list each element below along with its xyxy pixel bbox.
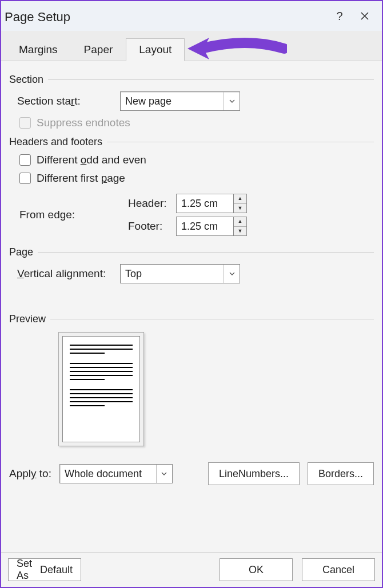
footer-spin-label: Footer: <box>128 220 176 233</box>
row-odd-even: Different odd and even <box>9 154 374 166</box>
row-suppress-endnotes: Suppress endnotes <box>9 117 374 129</box>
valign-dropdown-button[interactable] <box>224 265 240 283</box>
group-preview-label: Preview <box>9 313 46 325</box>
apply-value: Whole document <box>60 468 156 480</box>
first-page-checkbox[interactable] <box>19 173 31 184</box>
suppress-endnotes-label: Suppress endnotes <box>37 117 130 129</box>
chevron-down-icon <box>229 98 235 104</box>
valign-value: Top <box>121 268 224 280</box>
group-preview: Preview <box>9 313 374 325</box>
odd-even-label: Different odd and even <box>37 154 146 166</box>
dialog-footer: Set As Default OK Cancel <box>1 552 382 587</box>
header-spin-down[interactable]: ▼ <box>234 204 246 213</box>
footer-spin-down[interactable]: ▼ <box>234 227 246 236</box>
valign-combo[interactable]: Top <box>120 264 240 283</box>
line-numbers-button[interactable]: Line Numbers... <box>208 462 300 485</box>
row-from-edge: From edge: Header: 1.25 cm ▲ ▼ Footer: 1… <box>9 190 374 239</box>
section-start-dropdown-button[interactable] <box>224 92 240 110</box>
group-page: Page <box>9 246 374 258</box>
close-icon <box>360 11 369 21</box>
row-header-spin: Header: 1.25 cm ▲ ▼ <box>128 194 247 213</box>
row-valign: Vertical alignment: Top <box>9 264 374 283</box>
apply-combo[interactable]: Whole document <box>59 464 173 483</box>
chevron-down-icon <box>161 471 167 477</box>
group-section: Section <box>9 74 374 86</box>
first-page-label: Different first page <box>37 172 125 185</box>
group-headers-label: Headers and footers <box>9 136 102 148</box>
triangle-up-icon: ▲ <box>238 196 243 201</box>
triangle-up-icon: ▲ <box>238 219 243 224</box>
title-bar: Page Setup ? <box>1 1 382 31</box>
section-start-combo[interactable]: New page <box>120 91 240 111</box>
triangle-down-icon: ▼ <box>238 229 243 234</box>
tab-strip: Margins Paper Layout <box>1 31 382 61</box>
odd-even-checkbox[interactable] <box>19 154 31 166</box>
suppress-endnotes-checkbox <box>19 117 31 129</box>
valign-label: Vertical alignment: <box>17 267 120 280</box>
apply-label: Apply to: <box>9 467 51 480</box>
tab-layout[interactable]: Layout <box>126 38 185 61</box>
dialog-title: Page Setup <box>5 7 327 25</box>
group-page-label: Page <box>9 246 33 258</box>
header-spin-up[interactable]: ▲ <box>234 194 246 204</box>
preview-area <box>58 332 144 446</box>
row-section-start: Section start: New page <box>9 91 374 111</box>
header-spinner[interactable]: 1.25 cm ▲ ▼ <box>176 194 247 213</box>
header-value: 1.25 cm <box>177 198 222 210</box>
footer-value: 1.25 cm <box>177 221 222 233</box>
footer-spinner[interactable]: 1.25 cm ▲ ▼ <box>176 217 247 236</box>
row-apply: Apply to: Whole document Line Numbers...… <box>9 462 374 485</box>
row-first-page: Different first page <box>9 172 374 185</box>
close-button[interactable] <box>352 3 377 29</box>
section-start-label: Section start: <box>17 95 120 107</box>
ok-button[interactable]: OK <box>220 558 293 581</box>
group-section-label: Section <box>9 74 43 86</box>
chevron-down-icon <box>229 271 235 277</box>
row-footer-spin: Footer: 1.25 cm ▲ ▼ <box>128 217 247 236</box>
cancel-button[interactable]: Cancel <box>302 558 375 581</box>
help-button[interactable]: ? <box>327 3 352 29</box>
group-headers-footers: Headers and footers <box>9 136 374 148</box>
header-spin-label: Header: <box>128 197 176 210</box>
triangle-down-icon: ▼ <box>238 206 243 211</box>
section-start-value: New page <box>121 95 224 107</box>
preview-page-icon <box>62 336 140 442</box>
tab-paper[interactable]: Paper <box>71 38 126 61</box>
from-edge-label: From edge: <box>19 209 128 221</box>
set-default-button[interactable]: Set As Default <box>8 558 81 581</box>
footer-spin-up[interactable]: ▲ <box>234 217 246 227</box>
apply-dropdown-button[interactable] <box>156 465 172 483</box>
borders-button[interactable]: Borders... <box>308 462 374 485</box>
dialog-content: Section Section start: New page Suppress… <box>1 61 382 493</box>
tab-margins[interactable]: Margins <box>6 38 71 61</box>
